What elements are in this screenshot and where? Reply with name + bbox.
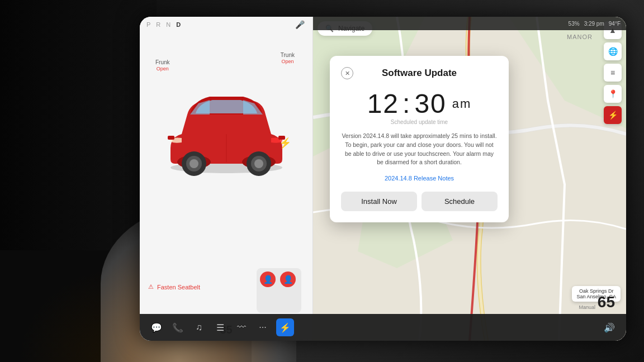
map-area[interactable]: 🔍 Navigate MANOR ▲ 🌐 ≡ 📍 ⚡ ✕ Software Up…	[313, 17, 626, 341]
gear-n[interactable]: N	[166, 21, 172, 28]
time-display: 12 : 30 am Scheduled update time	[341, 88, 498, 125]
globe-icon[interactable]: 🌐	[604, 42, 622, 60]
gear-p[interactable]: P	[146, 21, 151, 28]
current-time: 3:29 pm	[584, 21, 604, 27]
time-hour: 12	[367, 88, 399, 119]
map-right-icons: ▲ 🌐 ≡ 📍 ⚡	[604, 21, 622, 124]
volume-taskbar-icon[interactable]: 🔊	[602, 320, 617, 335]
car-image-area: ⚡	[151, 47, 301, 204]
menu-taskbar-icon[interactable]: ☰	[212, 320, 228, 335]
release-notes-section: 2024.14.8 Release Notes	[341, 173, 498, 183]
drive-mode-label: Manual	[579, 304, 595, 310]
release-notes-link[interactable]: 2024.14.8 Release Notes	[385, 175, 454, 182]
gear-d[interactable]: D	[176, 21, 182, 28]
seatbelt-warning: ⚠ Fasten Seatbelt	[148, 283, 200, 290]
lightning-icon[interactable]: ⚡	[604, 106, 622, 124]
map-region-label: MANOR	[567, 34, 593, 40]
battery-level: 53%	[569, 21, 580, 27]
time-ampm: am	[452, 97, 472, 111]
seat-empty-2	[280, 292, 296, 307]
tesla-screen: 53% 3:29 pm 94°F P R N D 🎤 Frunk Open Tr…	[140, 17, 626, 341]
svg-rect-10	[168, 136, 174, 140]
taskbar: 💬 📞 ♫ ☰ 〰 ··· ⚡ 🔊	[140, 314, 626, 341]
software-update-modal: ✕ Software Update 12 : 30 am Scheduled u…	[330, 56, 509, 222]
time-colon: :	[402, 88, 411, 119]
speed-display: 65	[598, 294, 615, 310]
seat-icon-1: 👤	[260, 272, 276, 287]
seat-icons: 👤 👤	[257, 268, 301, 313]
message-taskbar-icon[interactable]: 💬	[149, 320, 164, 335]
more-taskbar-icon[interactable]: ···	[255, 320, 271, 335]
status-bar: 53% 3:29 pm 94°F	[313, 17, 626, 30]
temperature: 94°F	[609, 21, 621, 27]
climate-taskbar-icon[interactable]: 〰	[234, 320, 249, 335]
prnd-bar: P R N D 🎤	[140, 17, 312, 32]
seat-icon-2: 👤	[280, 272, 296, 287]
svg-point-8	[254, 159, 263, 168]
seat-empty-1	[260, 292, 276, 307]
update-description: Version 2024.14.8 will take approximatel…	[341, 132, 498, 167]
list-icon[interactable]: ≡	[604, 64, 622, 82]
vehicle-panel: P R N D 🎤 Frunk Open Trunk Open	[140, 17, 313, 341]
modal-title: Software Update	[353, 68, 485, 79]
time-subtitle: Scheduled update time	[341, 119, 498, 125]
spotify-taskbar-icon[interactable]: ♫	[191, 320, 207, 335]
location-icon[interactable]: 📍	[604, 85, 622, 103]
time-minute: 30	[414, 88, 446, 119]
close-button[interactable]: ✕	[341, 67, 353, 79]
gear-r[interactable]: R	[156, 21, 162, 28]
speed-value: 65	[598, 294, 615, 310]
bluetooth-taskbar-icon[interactable]: ⚡	[276, 318, 294, 336]
modal-header: ✕ Software Update	[341, 67, 498, 79]
scheduled-time: 12 : 30 am	[341, 88, 498, 119]
warning-triangle-icon: ⚠	[148, 283, 154, 290]
svg-point-5	[190, 159, 198, 168]
car-svg	[154, 70, 299, 182]
phone-taskbar-icon[interactable]: 📞	[170, 320, 186, 335]
mic-icon: 🎤	[295, 20, 306, 29]
charge-bolt-icon: ⚡	[279, 137, 291, 149]
install-now-button[interactable]: Install Now	[341, 192, 417, 211]
schedule-button[interactable]: Schedule	[422, 192, 498, 211]
modal-buttons: Install Now Schedule	[341, 192, 498, 211]
